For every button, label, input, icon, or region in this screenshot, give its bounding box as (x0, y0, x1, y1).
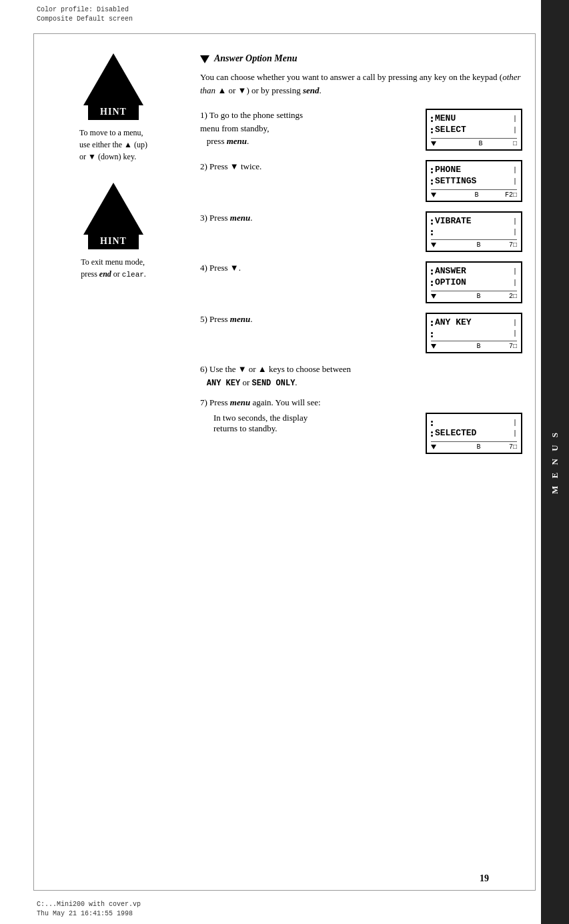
step-1-text: 1) To go to the phone settingsmenu from … (200, 109, 426, 148)
triangle-up-icon-2 (83, 183, 143, 235)
step-3: 3) Press menu. VIBRATE | (200, 211, 522, 252)
step-3-display: VIBRATE | | B 7□ (426, 211, 522, 252)
step-4-text: 4) Press ▼. (200, 261, 426, 275)
step-6: 6) Use the ▼ or ▲ keys to choose between… (200, 363, 522, 389)
step-3-text: 3) Press menu. (200, 211, 426, 225)
bottom-metadata: C:...Mini200 with cover.vp Thu May 21 16… (37, 900, 141, 919)
step-2-text: 2) Press ▼ twice. (200, 160, 426, 173)
step-5: 5) Press menu. ANY KEY | (200, 313, 522, 353)
section-title: Answer Option Menu (200, 53, 522, 64)
step-1-display: MENU | SELECT | B □ (426, 109, 522, 151)
step-5-text: 5) Press menu. (200, 313, 426, 326)
hint-caption-1: To move to a menu, use either the ▲ (up)… (76, 127, 151, 163)
step-4: 4) Press ▼. ANSWER | OPTION (200, 261, 522, 303)
sidebar-label: M E N U S (550, 430, 560, 494)
right-sidebar: M E N U S (541, 0, 569, 924)
triangle-up-icon-1 (83, 53, 143, 105)
step-7-sub: In two seconds, the displayreturns to st… (200, 413, 419, 434)
step-7: 7) Press menu again. You will see: In tw… (200, 396, 522, 454)
hint-box-1: HINT To move to a menu, use either the ▲… (40, 53, 187, 163)
intro-text: You can choose whether you want to answe… (200, 71, 522, 97)
step-2: 2) Press ▼ twice. PHONE | SETT (200, 160, 522, 202)
step-2-display: PHONE | SETTINGS | B F2□ (426, 160, 522, 202)
step-5-display: ANY KEY | | B 7□ (426, 313, 522, 353)
hint-caption-2: To exit menu mode, press end or clear. (77, 256, 149, 281)
page-number: 19 (480, 873, 489, 884)
step-1: 1) To go to the phone settingsmenu from … (200, 109, 522, 151)
right-column: Answer Option Menu You can choose whethe… (200, 53, 529, 454)
step-7-text: 7) Press menu again. You will see: (200, 396, 522, 409)
step-7-display: | SELECTED | B 7□ (426, 413, 522, 453)
hint-label-1: HINT (88, 104, 139, 120)
triangle-down-icon (200, 55, 209, 63)
step-7-content: In two seconds, the displayreturns to st… (200, 413, 522, 453)
step-4-display: ANSWER | OPTION | B 2□ (426, 261, 522, 303)
top-metadata: Color profile: Disabled Composite Defaul… (37, 5, 133, 24)
hint-box-2: HINT To exit menu mode, press end or cle… (40, 183, 187, 281)
hint-label-2: HINT (88, 233, 139, 249)
left-column: HINT To move to a menu, use either the ▲… (40, 53, 187, 301)
